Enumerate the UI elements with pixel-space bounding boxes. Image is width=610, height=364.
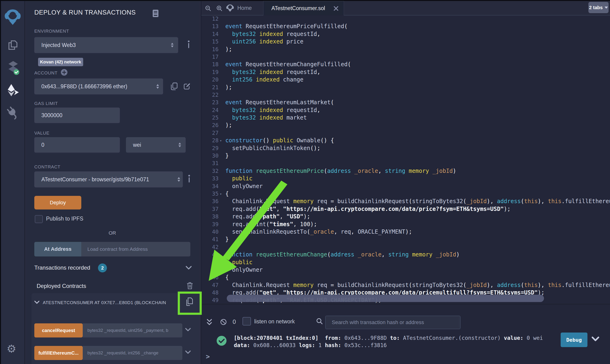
listen-network-label[interactable]: listen on network bbox=[254, 318, 295, 325]
terminal: 0 listen on network [block:20780401 txIn… bbox=[0, 0, 610, 364]
debug-button[interactable]: Debug bbox=[561, 333, 587, 347]
terminal-divider[interactable] bbox=[201, 304, 610, 304]
terminal-search-input[interactable] bbox=[325, 316, 461, 329]
log-expand-chevron-icon[interactable] bbox=[592, 336, 599, 341]
terminal-prompt[interactable]: > bbox=[206, 353, 210, 361]
search-icon bbox=[316, 317, 323, 325]
active-file-tab[interactable]: ATestnetConsumer.sol bbox=[263, 1, 344, 15]
collapse-terminal-icon[interactable] bbox=[206, 318, 213, 326]
cancel-request-button[interactable]: cancelRequest bbox=[34, 323, 83, 338]
pending-tx-count: 0 bbox=[233, 318, 236, 325]
fulfill-ethereum-button[interactable]: fulfillEthereumC... bbox=[34, 346, 83, 360]
listen-network-checkbox[interactable] bbox=[242, 317, 251, 325]
clear-console-icon[interactable] bbox=[220, 318, 227, 325]
terminal-log-text[interactable]: [block:20780401 txIndex:0] from: 0x643..… bbox=[234, 334, 543, 349]
remix-ide-window: ⚙ DEPLOY & RUN TRANSACTIONS ENVIRONMENT … bbox=[0, 0, 610, 364]
close-tab-icon[interactable] bbox=[333, 6, 339, 11]
active-tab-label: ATestnetConsumer.sol bbox=[271, 5, 325, 12]
tx-success-icon bbox=[216, 335, 227, 346]
